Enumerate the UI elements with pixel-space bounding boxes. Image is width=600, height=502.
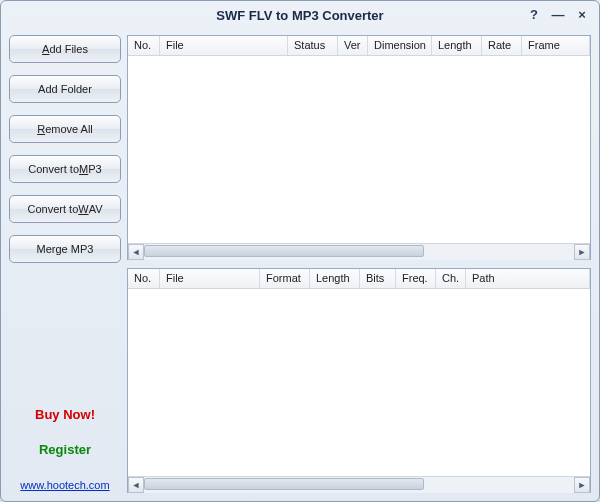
scroll-left-icon-2[interactable]: ◄ xyxy=(128,477,144,493)
source-files-table: No. File Status Ver Dimension Length Rat… xyxy=(127,35,591,260)
titlebar: SWF FLV to MP3 Converter ? — × xyxy=(1,1,599,29)
merge-mp3-button[interactable]: Merge MP3 xyxy=(9,235,121,263)
sidebar-spacer xyxy=(9,275,121,395)
col-file-2[interactable]: File xyxy=(160,269,260,288)
close-icon[interactable]: × xyxy=(575,7,589,21)
window-title: SWF FLV to MP3 Converter xyxy=(216,8,383,23)
col-freq[interactable]: Freq. xyxy=(396,269,436,288)
col-length[interactable]: Length xyxy=(432,36,482,55)
col-no-2[interactable]: No. xyxy=(128,269,160,288)
register-link[interactable]: Register xyxy=(9,442,121,457)
source-table-scrollbar: ◄ ► xyxy=(128,243,590,259)
scroll-track[interactable] xyxy=(144,244,574,260)
col-path[interactable]: Path xyxy=(466,269,590,288)
col-no[interactable]: No. xyxy=(128,36,160,55)
output-table-scrollbar: ◄ ► xyxy=(128,476,590,492)
add-folder-button[interactable]: Add Folder xyxy=(9,75,121,103)
help-icon[interactable]: ? xyxy=(527,7,541,21)
scroll-right-icon-2[interactable]: ► xyxy=(574,477,590,493)
col-length-2[interactable]: Length xyxy=(310,269,360,288)
content: Add Files Add Folder Remove All Convert … xyxy=(1,29,599,501)
col-rate[interactable]: Rate xyxy=(482,36,522,55)
convert-to-mp3-button[interactable]: Convert to MP3 xyxy=(9,155,121,183)
scroll-track-2[interactable] xyxy=(144,477,574,493)
scroll-right-icon[interactable]: ► xyxy=(574,244,590,260)
titlebar-controls: ? — × xyxy=(527,7,589,21)
col-bits[interactable]: Bits xyxy=(360,269,396,288)
convert-to-wav-button[interactable]: Convert to WAV xyxy=(9,195,121,223)
output-table-body[interactable] xyxy=(128,289,590,476)
buy-now-link[interactable]: Buy Now! xyxy=(9,407,121,422)
scroll-thumb[interactable] xyxy=(144,245,424,257)
app-window: SWF FLV to MP3 Converter ? — × Add Files… xyxy=(0,0,600,502)
col-format[interactable]: Format xyxy=(260,269,310,288)
main: No. File Status Ver Dimension Length Rat… xyxy=(127,35,591,493)
source-table-body[interactable] xyxy=(128,56,590,243)
col-frame[interactable]: Frame xyxy=(522,36,590,55)
col-dimension[interactable]: Dimension xyxy=(368,36,432,55)
col-status[interactable]: Status xyxy=(288,36,338,55)
col-file[interactable]: File xyxy=(160,36,288,55)
col-ver[interactable]: Ver xyxy=(338,36,368,55)
sidebar: Add Files Add Folder Remove All Convert … xyxy=(9,35,121,493)
minimize-icon[interactable]: — xyxy=(551,7,565,21)
website-link[interactable]: www.hootech.com xyxy=(9,479,121,491)
output-table-header: No. File Format Length Bits Freq. Ch. Pa… xyxy=(128,269,590,289)
scroll-left-icon[interactable]: ◄ xyxy=(128,244,144,260)
remove-all-button[interactable]: Remove All xyxy=(9,115,121,143)
source-table-header: No. File Status Ver Dimension Length Rat… xyxy=(128,36,590,56)
col-ch[interactable]: Ch. xyxy=(436,269,466,288)
add-files-button[interactable]: Add Files xyxy=(9,35,121,63)
output-files-table: No. File Format Length Bits Freq. Ch. Pa… xyxy=(127,268,591,493)
scroll-thumb-2[interactable] xyxy=(144,478,424,490)
